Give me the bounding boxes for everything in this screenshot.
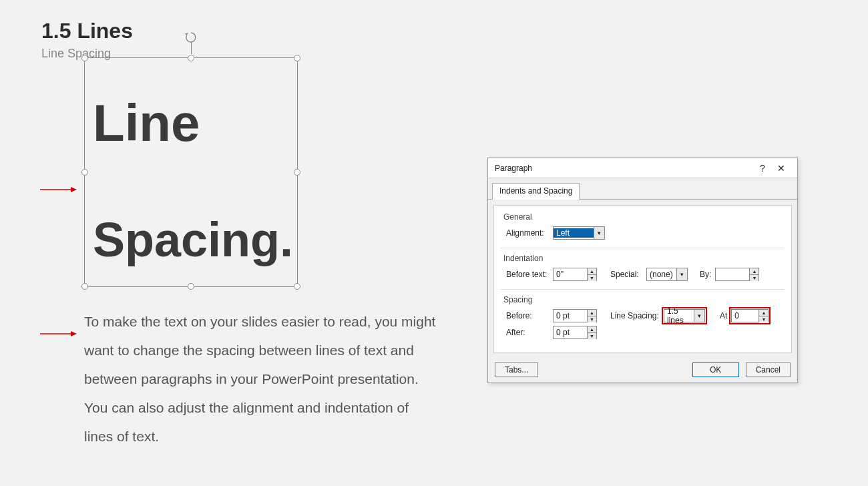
resize-handle[interactable] (188, 55, 194, 61)
before-value: 0 pt (554, 311, 587, 320)
rotate-handle-icon[interactable] (185, 31, 197, 43)
line-spacing-label: Line Spacing: (610, 311, 660, 320)
dialog-button-row: Tabs... OK Cancel (488, 358, 797, 383)
resize-handle[interactable] (294, 55, 300, 61)
chevron-down-icon: ▾ (694, 310, 704, 322)
resize-handle[interactable] (188, 283, 194, 290)
chevron-down-icon: ▾ (676, 268, 687, 280)
after-spinner[interactable]: 0 pt ▲▼ (553, 326, 597, 339)
by-label: By: (700, 270, 711, 279)
spinner-buttons[interactable]: ▲▼ (749, 268, 758, 281)
after-value: 0 pt (554, 328, 587, 337)
red-arrow-icon (40, 186, 77, 194)
help-button[interactable]: ? (753, 163, 772, 174)
special-combo[interactable]: (none) ▾ (646, 268, 688, 281)
svg-marker-1 (71, 187, 77, 192)
spinner-buttons[interactable]: ▲▼ (587, 268, 596, 281)
after-label: After: (506, 328, 549, 337)
before-spinner[interactable]: 0 pt ▲▼ (553, 309, 597, 322)
textbox-line1: Line (93, 97, 289, 149)
close-button[interactable]: ✕ (772, 163, 791, 174)
dialog-title: Paragraph (495, 164, 753, 173)
before-label: Before: (506, 311, 549, 320)
at-spinner[interactable]: 0 ▲▼ (731, 309, 769, 322)
spinner-buttons[interactable]: ▲▼ (758, 310, 768, 322)
chevron-down-icon: ▾ (594, 227, 604, 239)
at-value: 0 (732, 311, 758, 320)
textbox-line2: Spacing. (93, 216, 289, 264)
group-general: General Alignment: Left ▾ (501, 210, 785, 248)
dialog-panel: General Alignment: Left ▾ Indentation Be… (493, 205, 792, 353)
svg-marker-3 (71, 331, 77, 336)
line-spacing-combo[interactable]: 1.5 lines ▾ (664, 309, 705, 322)
paragraph-dialog: Paragraph ? ✕ Indents and Spacing Genera… (487, 158, 798, 383)
alignment-label: Alignment: (506, 228, 549, 238)
group-indentation: Indentation Before text: 0" ▲▼ Special: … (501, 251, 785, 290)
resize-handle[interactable] (294, 283, 300, 290)
rotate-stem (191, 42, 192, 54)
spinner-buttons[interactable]: ▲▼ (587, 310, 596, 322)
line-spacing-value: 1.5 lines (664, 306, 694, 325)
cancel-button[interactable]: Cancel (746, 362, 791, 377)
at-label: At (720, 311, 727, 320)
group-title-spacing: Spacing (503, 295, 785, 304)
spinner-buttons[interactable]: ▲▼ (587, 326, 596, 339)
ok-button[interactable]: OK (692, 362, 739, 377)
svg-marker-4 (185, 33, 188, 36)
body-paragraph: To make the text on your slides easier t… (84, 307, 438, 451)
special-label: Special: (610, 270, 642, 279)
tab-strip: Indents and Spacing (488, 178, 797, 200)
group-title-indentation: Indentation (503, 254, 785, 263)
tab-indents-spacing[interactable]: Indents and Spacing (492, 183, 580, 200)
page-title: 1.5 Lines (41, 19, 133, 43)
resize-handle[interactable] (81, 169, 88, 176)
group-title-general: General (503, 212, 785, 222)
red-arrow-icon (40, 330, 77, 338)
textbox-content[interactable]: Line Spacing. (93, 97, 289, 264)
special-value: (none) (647, 270, 676, 279)
resize-handle[interactable] (294, 169, 300, 176)
selected-textbox[interactable]: Line Spacing. (84, 57, 298, 287)
alignment-value: Left (554, 228, 594, 238)
resize-handle[interactable] (81, 55, 88, 61)
before-text-label: Before text: (506, 270, 549, 279)
tab-label: Indents and Spacing (499, 186, 572, 196)
alignment-combo[interactable]: Left ▾ (553, 226, 605, 240)
by-spinner[interactable]: ▲▼ (715, 268, 759, 281)
before-text-spinner[interactable]: 0" ▲▼ (553, 268, 597, 281)
resize-handle[interactable] (81, 283, 88, 290)
group-spacing: Spacing Before: 0 pt ▲▼ Line Spacing: 1.… (501, 292, 785, 347)
tabs-button[interactable]: Tabs... (495, 362, 538, 377)
dialog-titlebar[interactable]: Paragraph ? ✕ (488, 158, 797, 178)
before-text-value: 0" (554, 270, 587, 279)
